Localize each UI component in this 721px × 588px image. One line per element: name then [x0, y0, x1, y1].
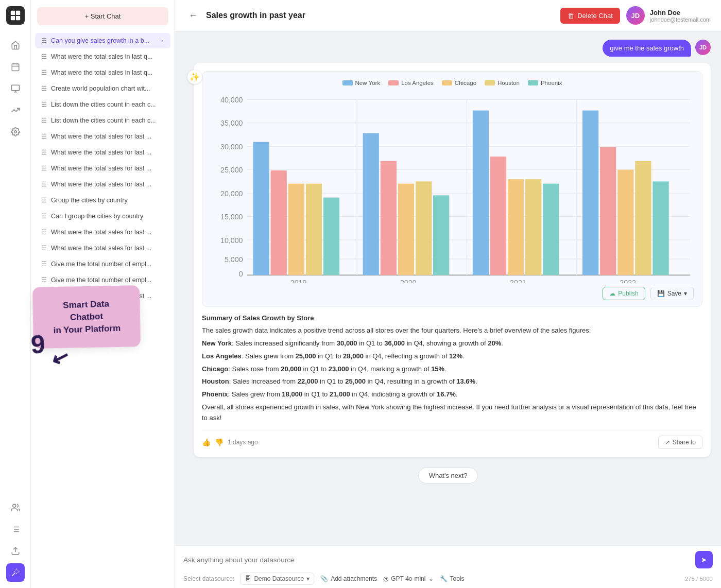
- add-attachment-label: Add attachments: [331, 575, 377, 582]
- legend-label-ny: New York: [355, 80, 381, 86]
- legend-label-hou: Houston: [497, 80, 520, 86]
- sidebar-item-6[interactable]: ☰ What were the total sales for last ...: [35, 129, 170, 144]
- input-row: ➤: [183, 551, 713, 568]
- sidebar-item-text-12: What were the total sales for last ...: [51, 229, 164, 236]
- legend-dot-ny: [342, 80, 353, 85]
- sidebar-item-text-7: What were the total sales for last ...: [51, 149, 164, 156]
- legend-label-la: Los Angeles: [401, 80, 434, 86]
- svg-rect-47: [381, 161, 397, 275]
- model-chevron: ⌄: [428, 575, 434, 582]
- thumbs-up-button[interactable]: 👍: [202, 438, 211, 446]
- sidebar-item-14[interactable]: ☰ Give me the total number of empl...: [35, 256, 170, 272]
- svg-rect-53: [508, 179, 524, 275]
- datasource-selector[interactable]: 🗄 Demo Datasource ▾: [241, 573, 314, 585]
- start-chat-button[interactable]: + Start Chat: [37, 7, 168, 25]
- chart-actions: ☁ Publish 💾 Save ▾: [211, 287, 694, 300]
- sidebar-item-0[interactable]: ☰ Can you give sales growth in a b... →: [35, 33, 170, 48]
- chi-city: Chicago: [202, 365, 228, 373]
- calendar-icon: [11, 62, 20, 72]
- avatar: JD: [626, 6, 645, 25]
- chat-icon-5: ☰: [41, 117, 47, 124]
- sidebar-item-11[interactable]: ☰ Can I group the cities by country: [35, 209, 170, 224]
- sidebar-item-text-6: What were the total sales for last ...: [51, 133, 164, 140]
- sidebar-item-4[interactable]: ☰ List down the cities count in each c..…: [35, 97, 170, 112]
- nav-list[interactable]: [6, 520, 25, 539]
- nav-analytics[interactable]: [6, 101, 25, 119]
- header-left: ← Sales growth in past year: [185, 9, 305, 22]
- sidebar-item-1[interactable]: ☰ What were the total sales in last q...: [35, 49, 170, 64]
- chat-input[interactable]: [183, 556, 690, 564]
- sidebar-item-7[interactable]: ☰ What were the total sales for last ...: [35, 145, 170, 160]
- input-area: ➤ Select datasource: 🗄 Demo Datasource ▾…: [175, 545, 721, 588]
- whats-next-button[interactable]: What's next?: [418, 468, 478, 483]
- list-icon: [11, 525, 20, 534]
- svg-rect-45: [323, 198, 339, 275]
- chat-icon-8: ☰: [41, 165, 47, 172]
- sidebar-item-text-8: What were the total sales for last ...: [51, 165, 164, 172]
- sidebar-item-8[interactable]: ☰ What were the total sales for last ...: [35, 161, 170, 176]
- tools-label: Tools: [450, 575, 465, 582]
- svg-text:0: 0: [239, 270, 243, 278]
- sidebar-item-text-1: What were the total sales in last q...: [51, 53, 164, 60]
- page-title: Sales growth in past year: [206, 11, 305, 20]
- settings-icon: [11, 127, 20, 136]
- chat-icon-4: ☰: [41, 101, 47, 108]
- sidebar-item-5[interactable]: ☰ List down the cities count in each c..…: [35, 113, 170, 128]
- nav-monitor[interactable]: [6, 79, 25, 98]
- tools-button[interactable]: 🔧 Tools: [440, 575, 465, 582]
- user-name: John Doe: [650, 9, 711, 16]
- user-message-avatar: JD: [695, 40, 711, 55]
- svg-rect-1: [15, 11, 20, 15]
- user-message-row: give me the sales growth JD: [185, 40, 711, 57]
- sidebar-item-2[interactable]: ☰ What were the total sales in last q...: [35, 65, 170, 80]
- nav-magic[interactable]: [6, 563, 25, 582]
- response-card: ✨ New York Los Angeles Chicago: [194, 63, 711, 457]
- app-logo[interactable]: [6, 6, 25, 25]
- back-button[interactable]: ←: [185, 9, 201, 22]
- svg-text:2021: 2021: [510, 279, 526, 282]
- svg-text:30,000: 30,000: [220, 143, 243, 151]
- legend-new-york: New York: [342, 80, 381, 86]
- save-button[interactable]: 💾 Save ▾: [650, 287, 694, 300]
- svg-rect-51: [473, 111, 489, 275]
- promo-badge: Smart Data Chatbot in Your Platform 9 ↙: [34, 287, 139, 348]
- whats-next-row: What's next?: [185, 463, 711, 488]
- nav-settings[interactable]: [6, 123, 25, 141]
- legend-houston: Houston: [485, 80, 520, 86]
- send-button[interactable]: ➤: [695, 551, 713, 568]
- sidebar-item-10[interactable]: ☰ Group the cities by country: [35, 193, 170, 208]
- nav-export[interactable]: [6, 542, 25, 560]
- svg-text:2022: 2022: [620, 279, 636, 282]
- input-meta: Select datasource: 🗄 Demo Datasource ▾ 📎…: [183, 573, 713, 585]
- thumbs-down-button[interactable]: 👎: [215, 438, 224, 446]
- sidebar-item-9[interactable]: ☰ What were the total sales for last ...: [35, 177, 170, 192]
- nav-calendar[interactable]: [6, 58, 25, 76]
- chevron-down-icon: ▾: [684, 290, 687, 297]
- sidebar-item-text-3: Create world population chart wit...: [51, 85, 164, 92]
- chat-icon-12: ☰: [41, 229, 47, 236]
- arrow-icon-0: →: [158, 37, 164, 44]
- svg-rect-44: [306, 184, 322, 275]
- phx-city: Phoenix: [202, 390, 228, 398]
- nav-home[interactable]: [6, 36, 25, 55]
- export-icon: [11, 546, 20, 556]
- add-attachments-button[interactable]: 📎 Add attachments: [320, 575, 377, 582]
- chat-icon-10: ☰: [41, 197, 47, 204]
- sidebar-item-3[interactable]: ☰ Create world population chart wit...: [35, 81, 170, 96]
- sidebar-item-13[interactable]: ☰ What were the total sales for last ...: [35, 240, 170, 256]
- avatar-initials: JD: [631, 12, 640, 20]
- svg-text:2020: 2020: [400, 279, 417, 282]
- legend-dot-la: [388, 80, 399, 85]
- share-button[interactable]: ↗ Share to: [658, 436, 702, 449]
- svg-text:25,000: 25,000: [220, 166, 243, 174]
- chat-icon-1: ☰: [41, 53, 47, 60]
- ny-val3: 20%: [488, 339, 501, 347]
- model-selector[interactable]: ◎ GPT-4o-mini ⌄: [383, 575, 433, 582]
- datasource-name: Demo Datasource: [254, 575, 304, 582]
- svg-rect-41: [253, 142, 269, 275]
- delete-chat-button[interactable]: 🗑 Delete Chat: [560, 8, 620, 24]
- nav-users[interactable]: [6, 498, 25, 517]
- publish-button[interactable]: ☁ Publish: [603, 287, 645, 300]
- monitor-icon: [11, 84, 20, 93]
- sidebar-item-12[interactable]: ☰ What were the total sales for last ...: [35, 224, 170, 240]
